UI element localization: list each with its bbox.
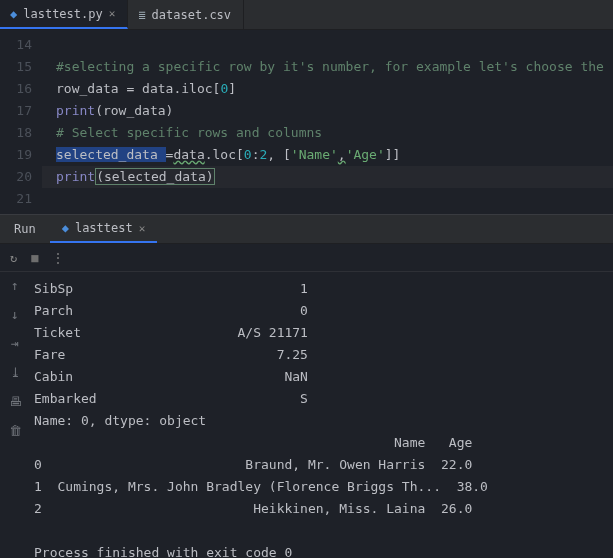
more-icon[interactable]: ⋮ xyxy=(52,251,64,265)
tab-dataset[interactable]: ≣ dataset.csv xyxy=(128,0,244,29)
console-wrap: ↑ ↓ ⇥ ⤓ 🖶 🗑 SibSp 1 Parch 0 Ticket A/S 2… xyxy=(0,272,613,558)
rerun-icon[interactable]: ↻ xyxy=(10,251,17,265)
scroll-to-end-icon[interactable]: ⤓ xyxy=(10,365,21,380)
code-comment: # Select specific rows and columns xyxy=(56,125,322,140)
run-tab-lasttest[interactable]: ◆ lasttest ✕ xyxy=(50,215,158,243)
tab-lasttest[interactable]: ◆ lasttest.py ✕ xyxy=(0,0,128,29)
close-icon[interactable]: ✕ xyxy=(139,222,146,235)
python-icon: ◆ xyxy=(62,221,69,235)
trash-icon[interactable]: 🗑 xyxy=(9,423,22,438)
scroll-up-icon[interactable]: ↑ xyxy=(11,278,19,293)
tab-label: dataset.csv xyxy=(152,8,231,22)
code-editor[interactable]: 14 15 16 17 18 19 20 21 #selecting a spe… xyxy=(0,30,613,214)
run-toolbar: ↻ ■ ⋮ xyxy=(0,244,613,272)
editor-tabs: ◆ lasttest.py ✕ ≣ dataset.csv xyxy=(0,0,613,30)
csv-icon: ≣ xyxy=(138,8,145,22)
close-icon[interactable]: ✕ xyxy=(109,7,116,20)
print-icon[interactable]: 🖶 xyxy=(9,394,22,409)
console-side-icons: ↑ ↓ ⇥ ⤓ 🖶 🗑 xyxy=(0,272,30,558)
code-area[interactable]: #selecting a specific row by it's number… xyxy=(42,30,613,214)
run-tab-label: lasttest xyxy=(75,221,133,235)
line-gutter: 14 15 16 17 18 19 20 21 xyxy=(0,30,42,214)
code-comment: #selecting a specific row by it's number… xyxy=(56,59,604,74)
run-label: Run xyxy=(0,222,50,236)
stop-icon[interactable]: ■ xyxy=(31,251,38,265)
soft-wrap-icon[interactable]: ⇥ xyxy=(11,336,19,351)
run-toolwindow-header: Run ◆ lasttest ✕ xyxy=(0,214,613,244)
scroll-down-icon[interactable]: ↓ xyxy=(11,307,19,322)
tab-label: lasttest.py xyxy=(23,7,102,21)
console-output[interactable]: SibSp 1 Parch 0 Ticket A/S 21171 Fare 7.… xyxy=(30,272,613,558)
python-icon: ◆ xyxy=(10,7,17,21)
